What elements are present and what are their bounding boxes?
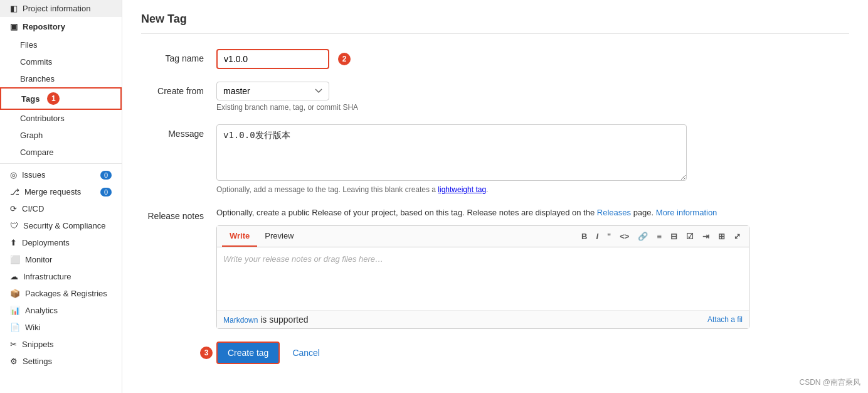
attach-file-link[interactable]: Attach a fil xyxy=(707,315,743,324)
release-notes-row: Release notes Optionally, create a publi… xyxy=(141,207,849,329)
bold-button[interactable]: B xyxy=(578,230,590,242)
sidebar-item-commits[interactable]: Commits xyxy=(0,53,122,70)
watermark: CSDN @南宫乘风 xyxy=(799,377,860,388)
tab-preview[interactable]: Preview xyxy=(257,226,301,247)
sidebar-wiki-label: Wiki xyxy=(25,323,41,332)
sidebar-infrastructure-label: Infrastructure xyxy=(23,272,71,281)
sidebar-item-packages[interactable]: 📦 Packages & Registries xyxy=(0,285,122,302)
cancel-button[interactable]: Cancel xyxy=(286,343,326,363)
create-from-select[interactable]: master xyxy=(216,82,329,100)
sidebar-item-infrastructure[interactable]: ☁ Infrastructure xyxy=(0,268,122,285)
sidebar-divider-1 xyxy=(0,163,122,164)
sidebar-item-project-info[interactable]: ◧ Project information xyxy=(0,0,122,17)
editor-body[interactable]: Write your release notes or drag files h… xyxy=(217,247,749,310)
sidebar-packages-label: Packages & Registries xyxy=(25,289,107,298)
sidebar-graph-label: Graph xyxy=(20,131,43,140)
sidebar-item-compare[interactable]: Compare xyxy=(0,144,122,161)
message-textarea[interactable]: v1.0.0发行版本 xyxy=(216,124,687,181)
cicd-icon: ⟳ xyxy=(10,204,17,213)
task-list-button[interactable]: ☑ xyxy=(683,230,697,242)
create-from-content: master Existing branch name, tag, or com… xyxy=(216,82,687,112)
sidebar-merge-label: Merge requests xyxy=(24,187,81,196)
page-divider xyxy=(141,33,849,34)
project-info-icon: ◧ xyxy=(10,4,18,13)
tag-name-row: Tag name 2 xyxy=(141,49,849,69)
sidebar-item-contributors[interactable]: Contributors xyxy=(0,110,122,127)
sidebar-item-branches[interactable]: Branches xyxy=(0,70,122,87)
issues-icon: ◎ xyxy=(10,170,17,180)
sidebar-commits-label: Commits xyxy=(20,57,52,67)
sidebar-item-snippets[interactable]: ✂ Snippets xyxy=(0,336,122,353)
code-button[interactable]: <> xyxy=(617,230,632,242)
snippets-icon: ✂ xyxy=(10,340,17,349)
annotation-3: 3 xyxy=(200,347,213,359)
create-tag-button[interactable]: Create tag xyxy=(216,342,280,364)
italic-button[interactable]: I xyxy=(593,230,601,242)
editor-footer: Markdown is supported Attach a fil xyxy=(217,310,749,328)
editor-toolbar: B I " <> 🔗 ≡ ⊟ ☑ ⇥ ⊞ ⤢ xyxy=(578,228,744,245)
sidebar-security-label: Security & Compliance xyxy=(23,221,106,230)
markdown-link[interactable]: Markdown xyxy=(223,316,258,325)
sidebar: ◧ Project information ▣ Repository Files… xyxy=(0,0,122,393)
sidebar-item-merge-requests[interactable]: ⎇ Merge requests 0 xyxy=(0,183,122,200)
sidebar-deployments-label: Deployments xyxy=(22,238,70,247)
sidebar-item-wiki[interactable]: 📄 Wiki xyxy=(0,319,122,336)
sidebar-analytics-label: Analytics xyxy=(25,306,58,315)
fullscreen-button[interactable]: ⤢ xyxy=(731,230,744,242)
settings-icon: ⚙ xyxy=(10,357,18,366)
create-from-label: Create from xyxy=(141,82,216,96)
lightweight-tag-link[interactable]: lightweight tag xyxy=(438,185,486,194)
sidebar-item-graph[interactable]: Graph xyxy=(0,127,122,144)
quote-button[interactable]: " xyxy=(604,230,614,242)
table-button[interactable]: ⊞ xyxy=(715,230,728,242)
annotation-2: 2 xyxy=(338,53,351,65)
create-from-row: Create from master Existing branch name,… xyxy=(141,82,849,112)
link-button[interactable]: 🔗 xyxy=(635,230,651,242)
sidebar-item-monitor[interactable]: ⬜ Monitor xyxy=(0,251,122,268)
bullet-list-button[interactable]: ≡ xyxy=(654,230,665,242)
sidebar-item-tags[interactable]: Tags 1 xyxy=(0,87,122,110)
analytics-icon: 📊 xyxy=(10,306,20,315)
monitor-icon: ⬜ xyxy=(10,255,20,264)
releases-link[interactable]: Releases xyxy=(597,208,631,217)
sidebar-issues-label: Issues xyxy=(22,170,46,180)
sidebar-item-settings[interactable]: ⚙ Settings xyxy=(0,353,122,370)
page-title: New Tag xyxy=(141,13,849,26)
sidebar-contributors-label: Contributors xyxy=(20,114,65,123)
repository-icon: ▣ xyxy=(10,22,18,31)
merge-badge: 0 xyxy=(100,188,112,196)
sidebar-project-info-label: Project information xyxy=(23,4,90,13)
sidebar-files-label: Files xyxy=(20,40,37,50)
annotation-1: 1 xyxy=(47,92,60,105)
sidebar-compare-label: Compare xyxy=(20,148,53,157)
sidebar-repository-section[interactable]: ▣ Repository xyxy=(0,17,122,36)
tag-name-content: 2 xyxy=(216,49,687,69)
more-info-link[interactable]: More information xyxy=(656,208,717,217)
markdown-support: Markdown is supported xyxy=(223,315,309,325)
sidebar-snippets-label: Snippets xyxy=(22,340,54,349)
sidebar-item-files[interactable]: Files xyxy=(0,36,122,53)
sidebar-item-issues[interactable]: ◎ Issues 0 xyxy=(0,166,122,183)
message-row: Message v1.0.0发行版本 Optionally, add a mes… xyxy=(141,124,849,194)
tab-write[interactable]: Write xyxy=(222,226,257,247)
editor-tabs: Write Preview B I " <> 🔗 ≡ ⊟ ☑ ⇥ ⊞ ⤢ xyxy=(217,226,749,247)
tag-name-label: Tag name xyxy=(141,49,216,63)
indent-button[interactable]: ⇥ xyxy=(699,230,712,242)
security-icon: 🛡 xyxy=(10,221,18,230)
message-label: Message xyxy=(141,124,216,139)
sidebar-item-cicd[interactable]: ⟳ CI/CD xyxy=(0,200,122,217)
message-content: v1.0.0发行版本 Optionally, add a message to … xyxy=(216,124,687,194)
sidebar-branches-label: Branches xyxy=(20,74,55,83)
sidebar-item-analytics[interactable]: 📊 Analytics xyxy=(0,302,122,319)
wiki-icon: 📄 xyxy=(10,323,20,332)
sidebar-repository-label: Repository xyxy=(23,22,65,31)
numbered-list-button[interactable]: ⊟ xyxy=(667,230,680,242)
packages-icon: 📦 xyxy=(10,289,20,298)
release-notes-editor: Write Preview B I " <> 🔗 ≡ ⊟ ☑ ⇥ ⊞ ⤢ xyxy=(216,225,749,329)
tag-name-input[interactable] xyxy=(216,49,329,69)
release-notes-label: Release notes xyxy=(141,207,216,221)
sidebar-item-deployments[interactable]: ⬆ Deployments xyxy=(0,234,122,251)
issues-badge: 0 xyxy=(100,171,112,180)
sidebar-item-security[interactable]: 🛡 Security & Compliance xyxy=(0,217,122,234)
main-content: New Tag Tag name 2 Create from master Ex… xyxy=(122,0,868,393)
